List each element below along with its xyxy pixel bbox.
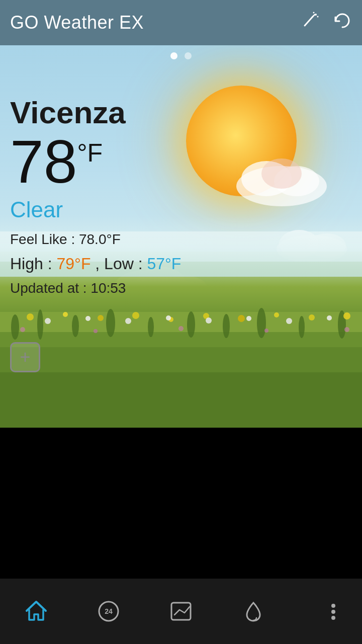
- feel-like-value: 78.0°F: [79, 231, 121, 247]
- rain-icon: [241, 599, 266, 624]
- 24h-icon: 24: [96, 599, 121, 624]
- svg-point-41: [166, 315, 171, 320]
- app-title: GO Weather EX: [10, 12, 144, 33]
- svg-point-38: [45, 318, 51, 324]
- svg-point-56: [331, 604, 335, 608]
- svg-point-50: [344, 327, 349, 332]
- svg-point-18: [11, 314, 19, 340]
- high-value: 79°F: [56, 255, 90, 273]
- svg-rect-52: [0, 372, 362, 428]
- feel-like-label: Feel Like :: [10, 231, 75, 247]
- svg-point-31: [132, 312, 139, 319]
- home-icon: [24, 599, 49, 624]
- svg-point-30: [98, 315, 104, 321]
- nav-rain[interactable]: [217, 599, 290, 624]
- top-bar: GO Weather EX: [0, 0, 362, 45]
- svg-point-25: [257, 308, 266, 338]
- svg-point-37: [343, 312, 350, 319]
- svg-point-21: [106, 309, 115, 337]
- comma-separator: ,: [95, 255, 104, 273]
- temperature-value: 78: [10, 130, 77, 193]
- svg-point-57: [331, 610, 335, 614]
- dot-2[interactable]: [185, 52, 192, 59]
- svg-point-39: [85, 316, 90, 321]
- svg-point-42: [206, 317, 212, 324]
- svg-point-45: [327, 315, 332, 320]
- wand-icon[interactable]: [301, 12, 319, 34]
- svg-text:24: 24: [105, 607, 113, 615]
- nav-24h[interactable]: 24: [72, 599, 145, 624]
- add-location-button[interactable]: +: [10, 342, 40, 372]
- svg-point-22: [148, 317, 154, 337]
- updated-time: Updated at : 10:53: [10, 280, 181, 296]
- dot-1[interactable]: [170, 52, 177, 59]
- svg-point-36: [309, 314, 315, 320]
- cloud-right: [231, 146, 332, 206]
- svg-point-3: [313, 12, 315, 14]
- low-label: Low :: [104, 255, 142, 273]
- temperature-unit: °F: [77, 140, 103, 167]
- city-name: Vicenza: [10, 96, 181, 130]
- svg-point-2: [315, 14, 317, 16]
- updated-label: Updated at :: [10, 280, 87, 296]
- weather-info: Vicenza 78 °F Clear Feel Like : 78.0°F H…: [10, 96, 181, 296]
- weather-scene: Vicenza 78 °F Clear Feel Like : 78.0°F H…: [0, 45, 362, 428]
- svg-point-48: [178, 326, 184, 331]
- high-label: High :: [10, 255, 52, 273]
- weather-condition: Clear: [10, 197, 181, 222]
- updated-value: 10:53: [90, 280, 126, 296]
- svg-point-49: [264, 329, 268, 333]
- svg-point-43: [246, 316, 251, 321]
- svg-point-26: [299, 316, 305, 338]
- bottom-nav: 24: [0, 579, 362, 644]
- svg-point-20: [72, 315, 79, 337]
- svg-point-35: [274, 312, 279, 317]
- svg-point-40: [125, 318, 131, 324]
- svg-line-1: [313, 15, 315, 17]
- low-value: 57°F: [147, 255, 181, 273]
- svg-point-46: [20, 327, 25, 332]
- svg-point-8: [261, 158, 302, 189]
- svg-point-24: [223, 314, 230, 338]
- svg-point-47: [94, 329, 98, 333]
- forecast-icon: [168, 599, 194, 624]
- plus-icon: +: [20, 347, 30, 368]
- temperature-display: 78 °F: [10, 130, 181, 193]
- svg-point-4: [317, 16, 319, 18]
- svg-point-44: [286, 318, 292, 324]
- nav-forecast[interactable]: [145, 599, 217, 624]
- svg-line-0: [305, 17, 313, 26]
- svg-point-29: [63, 312, 68, 317]
- svg-point-19: [37, 309, 43, 340]
- svg-point-58: [331, 616, 335, 620]
- nav-home[interactable]: [0, 599, 72, 624]
- svg-point-34: [238, 315, 245, 322]
- refresh-icon[interactable]: [333, 11, 352, 34]
- svg-point-28: [27, 313, 34, 320]
- svg-point-23: [187, 311, 195, 338]
- more-icon: [313, 599, 338, 624]
- page-dots: [170, 52, 192, 59]
- feel-like: Feel Like : 78.0°F: [10, 231, 181, 248]
- nav-more[interactable]: [290, 599, 362, 624]
- high-low: High : 79°F , Low : 57°F: [10, 255, 181, 273]
- top-bar-actions: [301, 11, 352, 34]
